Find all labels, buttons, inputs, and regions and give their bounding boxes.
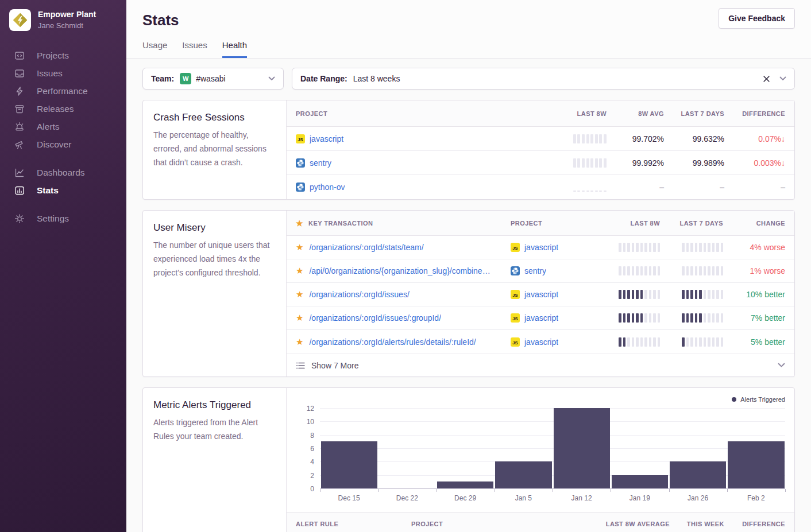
tab-usage[interactable]: Usage <box>142 40 167 58</box>
transaction-link[interactable]: /organizations/:orgId/issues/:groupId/ <box>309 313 441 323</box>
python-platform-icon <box>296 182 305 192</box>
column-change: CHANGE <box>723 220 785 227</box>
x-axis-label: Dec 29 <box>437 489 495 506</box>
sidebar-item-label: Issues <box>37 68 63 79</box>
javascript-platform-icon: JS <box>511 290 520 299</box>
transaction-link[interactable]: /organizations/:orgId/alerts/rules/detai… <box>309 337 476 347</box>
sidebar-item-label: Settings <box>37 213 69 224</box>
show-more-button[interactable]: Show 7 More <box>287 354 794 376</box>
sidebar-item-issues[interactable]: Issues <box>0 64 126 82</box>
sidebar-item-alerts[interactable]: Alerts <box>0 118 126 135</box>
bar-jan-5 <box>495 461 551 488</box>
project-link[interactable]: sentry <box>524 266 546 275</box>
key-transaction-star-icon[interactable]: ★ <box>296 266 303 276</box>
misery-bars <box>619 337 660 347</box>
tab-health[interactable]: Health <box>222 40 247 58</box>
sidebar-item-stats[interactable]: Stats <box>0 181 126 199</box>
tab-issues[interactable]: Issues <box>182 40 207 58</box>
team-label: Team: <box>151 74 174 83</box>
key-transaction-star-icon[interactable]: ★ <box>296 289 303 300</box>
x-axis-label: Jan 26 <box>669 489 727 506</box>
project-link[interactable]: javascript <box>310 134 343 143</box>
project-link[interactable]: sentry <box>310 158 331 168</box>
misery-bars <box>682 243 723 252</box>
svg-text:JS: JS <box>512 293 518 298</box>
star-icon: ★ <box>296 219 303 228</box>
javascript-platform-icon: JS <box>296 134 305 143</box>
sidebar-item-settings[interactable]: Settings <box>0 209 126 227</box>
difference-value: – <box>724 182 785 192</box>
org-avatar <box>9 9 31 31</box>
sidebar-item-releases[interactable]: Releases <box>0 100 126 118</box>
sidebar-item-performance[interactable]: Performance <box>0 82 126 100</box>
date-range-selector[interactable]: Date Range: Last 8 weeks <box>292 68 795 90</box>
column-last-8w-average: LAST 8W AVERAGE <box>578 521 670 527</box>
chevron-down-icon[interactable] <box>268 76 275 81</box>
column-8w-avg: 8W AVG <box>607 110 664 117</box>
column-difference: DIFFERENCE <box>724 521 785 527</box>
date-range-label: Date Range: <box>300 74 347 83</box>
transaction-link[interactable]: /api/0/organizations/{organization_slug}… <box>309 266 490 275</box>
org-switcher[interactable]: Empower Plant Jane Schmidt <box>0 0 126 31</box>
org-name: Empower Plant <box>38 10 96 20</box>
sidebar: Empower Plant Jane Schmidt ProjectsIssue… <box>0 0 126 532</box>
project-link[interactable]: python-ov <box>310 182 345 192</box>
javascript-platform-icon: JS <box>511 313 520 323</box>
key-transaction-star-icon[interactable]: ★ <box>296 337 303 347</box>
alert-rules-table-header: ALERT RULEPROJECTLAST 8W AVERAGETHIS WEE… <box>287 512 794 532</box>
sidebar-item-label: Performance <box>37 86 88 96</box>
bar-dec-15 <box>321 441 377 488</box>
y-axis-label: 2 <box>310 472 314 480</box>
crash-table-row: JSjavascript99.702%99.632%0.07% ↓ <box>287 127 794 151</box>
transaction-link[interactable]: /organizations/:orgId/issues/ <box>309 290 409 299</box>
column-this-week: THIS WEEK <box>670 521 724 527</box>
last7-value: 99.989% <box>664 158 724 168</box>
project-link[interactable]: javascript <box>524 243 558 252</box>
column-last-8w: LAST 8W <box>538 110 607 117</box>
crash-table-row: sentry99.992%99.989%0.003% ↓ <box>287 151 794 175</box>
clear-icon[interactable] <box>763 75 770 83</box>
sidebar-nav: ProjectsIssuesPerformanceReleasesAlertsD… <box>0 46 126 227</box>
svg-text:JS: JS <box>512 340 518 345</box>
bar-jan-12 <box>554 408 610 488</box>
project-link[interactable]: javascript <box>524 337 558 347</box>
last7-value: 99.632% <box>664 134 724 143</box>
svg-text:JS: JS <box>512 316 518 321</box>
misery-bars <box>619 243 660 252</box>
filter-bar: Team: W #wasabi Date Range: Last 8 weeks <box>142 68 795 90</box>
panel-description: The number of unique users that experien… <box>153 239 276 279</box>
sidebar-item-projects[interactable]: Projects <box>0 46 126 64</box>
javascript-platform-icon: JS <box>511 337 520 347</box>
crash-table-header: PROJECT LAST 8W 8W AVG LAST 7 DAYS DIFFE… <box>287 100 794 127</box>
misery-bars <box>619 266 660 275</box>
sidebar-item-discover[interactable]: Discover <box>0 135 126 153</box>
sidebar-item-dashboards[interactable]: Dashboards <box>0 164 126 181</box>
project-link[interactable]: javascript <box>524 313 558 323</box>
stats-icon <box>14 185 25 196</box>
give-feedback-button[interactable]: Give Feedback <box>719 8 795 29</box>
sparkline <box>573 182 607 192</box>
javascript-platform-icon: JS <box>511 243 520 252</box>
chevron-down-icon[interactable] <box>779 76 786 81</box>
project-link[interactable]: javascript <box>524 290 558 299</box>
key-transaction-star-icon[interactable]: ★ <box>296 242 303 253</box>
chevron-down-icon[interactable] <box>778 363 785 368</box>
column-project: PROJECT <box>511 220 597 227</box>
y-axis-label: 8 <box>310 432 314 440</box>
column-project: PROJECT <box>411 521 578 527</box>
sidebar-item-label: Projects <box>37 51 69 61</box>
key-transaction-star-icon[interactable]: ★ <box>296 313 303 323</box>
x-axis-label: Jan 5 <box>495 489 553 506</box>
avg-value: 99.992% <box>607 158 664 168</box>
legend-label: Alerts Triggered <box>740 396 785 403</box>
difference-value: 0.07% ↓ <box>724 134 785 143</box>
transaction-link[interactable]: /organizations/:orgId/stats/team/ <box>309 243 423 252</box>
alerts-bar-chart: Alerts Triggered 024681012 Dec 15Dec 22D… <box>287 388 794 506</box>
avg-value: 99.702% <box>607 134 664 143</box>
team-selector[interactable]: Team: W #wasabi <box>142 68 284 90</box>
change-value: 7% better <box>723 313 785 323</box>
sidebar-item-label: Discover <box>37 139 71 150</box>
sidebar-item-label: Alerts <box>37 122 60 132</box>
org-user: Jane Schmidt <box>38 21 96 30</box>
y-axis-label: 10 <box>307 418 314 426</box>
